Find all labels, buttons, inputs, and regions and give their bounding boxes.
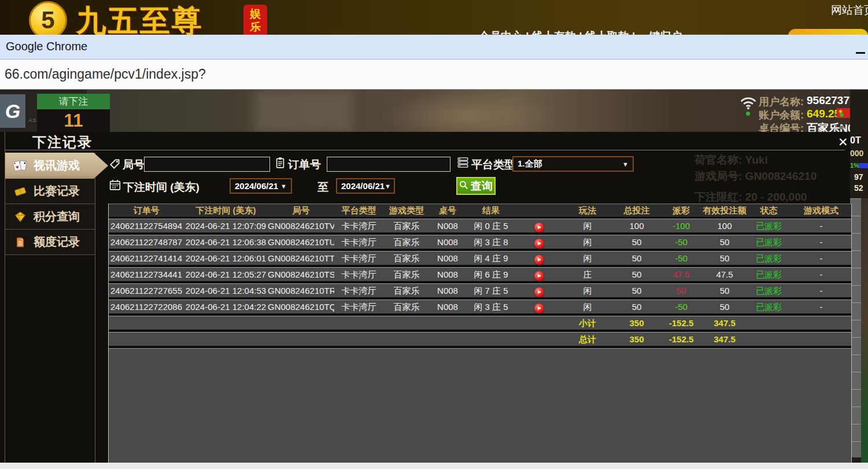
order-input[interactable] <box>327 157 450 172</box>
status-badge: 已派彩 <box>747 268 791 281</box>
search-icon <box>459 180 468 193</box>
bet-history-table: 订单号 下注时间 (美东) 局号 平台类型 游戏类型 桌号 结果 玩法 总投注 … <box>108 204 852 463</box>
status-badge: 已派彩 <box>747 252 791 265</box>
seat-number-1: 1 <box>833 110 837 119</box>
tab-label: 额度记录 <box>34 234 80 250</box>
tab-credit-records[interactable]: 额度记录 <box>5 230 95 255</box>
replay-icon[interactable] <box>534 255 544 265</box>
payout-value: 47.5 <box>673 269 689 279</box>
edge-fragment-round: 0T <box>850 135 861 146</box>
edge-number-b: 52 <box>854 183 863 193</box>
payout-value: -50 <box>675 302 688 312</box>
bet-time-label: 下注时间 (美东) <box>123 180 200 195</box>
edge-number-a: 97 <box>854 172 863 182</box>
platform-selected-value: 1.全部 <box>518 158 542 169</box>
grand-total-row: 总计 350 -152.5 347.5 <box>109 332 851 348</box>
table-row: 240621122754894 2024-06-21 12:07:09 GN00… <box>109 219 851 235</box>
window-title: Google Chrome <box>6 40 87 53</box>
clipboard-icon <box>275 157 286 171</box>
balance-label: 账户余额: <box>759 108 804 122</box>
date-from-select[interactable]: 2024/06/21 ▼ <box>230 178 292 194</box>
title-divider <box>5 150 845 150</box>
table-row: 240621122727655 2024-06-21 12:04:53 GN00… <box>109 283 851 300</box>
asia-gaming-logo: G <box>0 94 25 128</box>
payout-value: 50 <box>677 286 686 296</box>
site-badge: 娱乐 <box>243 5 267 35</box>
tag-icon <box>109 158 120 172</box>
replay-icon[interactable] <box>534 304 544 313</box>
seat-dot-2 <box>840 125 844 130</box>
left-margin <box>0 132 5 463</box>
status-badge: 已派彩 <box>747 300 791 313</box>
date-to-select[interactable]: 2024/06/21 ▼ <box>336 178 395 194</box>
modal-sidebar: 视讯游戏 比赛记录 积分查询 <box>5 153 108 255</box>
table-row: 240621122741414 2024-06-21 12:06:01 GN00… <box>109 251 851 267</box>
close-icon[interactable]: ✕ <box>834 134 852 150</box>
table-empty-area <box>109 348 851 463</box>
edge-percent: 1% <box>850 162 859 169</box>
logo-char: 5 <box>41 6 54 34</box>
platform-label: 平台类型 <box>471 157 515 172</box>
table-header-row: 订单号 下注时间 (美东) 局号 平台类型 游戏类型 桌号 结果 玩法 总投注 … <box>109 204 851 219</box>
bet-prompt: 请下注 <box>37 94 110 109</box>
backdrop-highlight <box>254 90 353 133</box>
dealer-silhouette <box>382 90 555 133</box>
site-logo-coin: 5 <box>29 1 67 35</box>
ghost-bet-limit: 下注限红: 20 - 200,000 <box>695 190 807 205</box>
table-row: 240621122734441 2024-06-21 12:05:27 GN00… <box>109 267 851 283</box>
chevron-down-icon: ▼ <box>385 183 391 190</box>
search-button[interactable]: 查询 <box>456 177 496 195</box>
round-label: 局号 <box>123 157 145 172</box>
chevron-down-icon: ▼ <box>280 183 287 190</box>
user-label: 用户名称: <box>759 95 804 109</box>
replay-icon[interactable] <box>534 287 544 297</box>
diamond-icon <box>12 210 28 224</box>
status-badge: 已派彩 <box>747 219 791 232</box>
url-text[interactable]: 66.com/agingame/pcv1/index.jsp? <box>5 67 206 82</box>
tab-match-records[interactable]: 比赛记录 <box>5 179 95 204</box>
site-name: 九五至尊 <box>76 1 204 35</box>
member-nav-links[interactable]: 会员中心 | 线上存款 | 线上取款 | 一键归户 <box>479 29 682 35</box>
replay-icon[interactable] <box>534 223 544 232</box>
cards-icon <box>12 159 28 173</box>
ghost-round-id: 游戏局号: GN008246210 <box>695 169 817 184</box>
wifi-icon <box>738 94 758 112</box>
date-to-value: 2024/06/21 <box>341 181 385 191</box>
status-dot <box>746 112 750 116</box>
edge-photo-sliver <box>861 198 868 463</box>
site-banner: 5 九五至尊 娱乐 网站首页 会员中心 | 线上存款 | 线上取款 | 一键归户 <box>0 0 868 35</box>
order-label: 订单号 <box>288 157 321 172</box>
countdown-timer: 11 <box>37 109 110 132</box>
status-badge: 已派彩 <box>747 284 791 297</box>
platform-select[interactable]: 1.全部 ▼ <box>512 156 634 172</box>
ticket-icon <box>12 184 28 198</box>
seat-number-2: 2 <box>833 123 837 131</box>
minimize-icon[interactable] <box>856 52 865 54</box>
banner-action-button[interactable] <box>788 29 868 35</box>
status-badge: 已派彩 <box>747 235 791 249</box>
bottom-edge <box>0 463 868 469</box>
tab-video-games[interactable]: 视讯游戏 <box>5 153 108 179</box>
table-row: 240621122748787 2024-06-21 12:06:38 GN00… <box>109 235 851 251</box>
search-label: 查询 <box>471 179 493 194</box>
chrome-titlebar <box>0 35 868 60</box>
game-right-edge: 0T 000 1% 97 52 <box>850 90 868 463</box>
date-from-value: 2024/06/21 <box>235 181 278 191</box>
replay-icon[interactable] <box>534 271 544 281</box>
tab-label: 比赛记录 <box>34 183 80 199</box>
payout-value: -100 <box>673 221 690 231</box>
replay-icon[interactable] <box>534 239 544 249</box>
seat-dot-1 <box>840 113 844 117</box>
edge-progress-bar <box>859 163 868 168</box>
payout-value: -50 <box>675 253 688 263</box>
home-link[interactable]: 网站首页 <box>831 3 868 18</box>
tab-points-query[interactable]: 积分查询 <box>5 204 95 230</box>
to-label: 至 <box>317 180 328 195</box>
document-icon <box>12 235 28 249</box>
bet-history-modal: 下注记录 ✕ 荷官名称: Yuki 游戏局号: GN008246210 下注限红… <box>5 132 850 463</box>
tab-label: 视讯游戏 <box>34 158 80 173</box>
ghost-dealer-name: 荷官名称: Yuki <box>695 153 768 168</box>
tab-label: 积分查询 <box>34 209 80 224</box>
platform-list-icon <box>457 157 468 171</box>
round-input[interactable] <box>144 157 270 172</box>
